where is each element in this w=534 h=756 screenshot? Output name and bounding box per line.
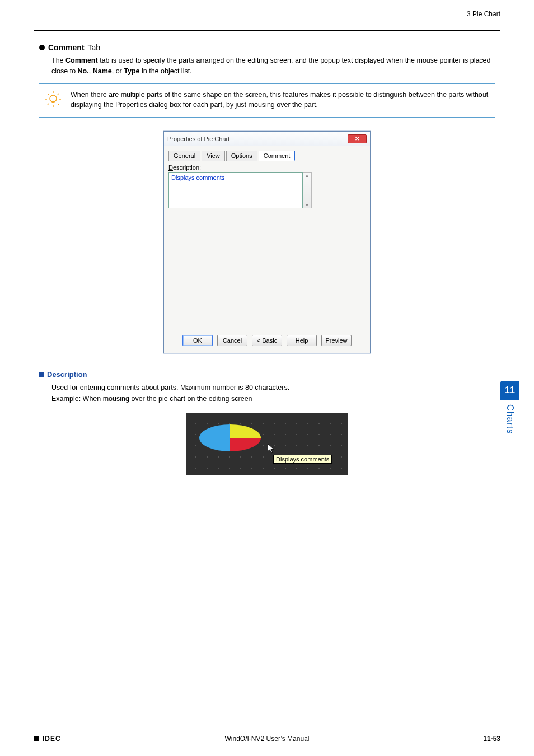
tab-general[interactable]: General <box>168 151 200 161</box>
description-heading-text: Description <box>47 370 87 379</box>
section-title-rest: Tab <box>88 43 101 52</box>
section-heading: Comment Tab <box>39 43 495 52</box>
close-button[interactable]: ✕ <box>348 134 367 143</box>
example-wrap: Displays comments <box>39 413 495 475</box>
description-line2: Example: When mousing over the pie chart… <box>51 393 495 404</box>
textarea-wrap: Displays comments ▲ ▼ <box>168 172 366 208</box>
intro-b3: Name <box>93 67 112 75</box>
description-line1: Used for entering comments about parts. … <box>51 382 495 393</box>
svg-line-4 <box>48 94 49 95</box>
page-footer: IDEC WindO/I-NV2 User’s Manual 11-53 <box>34 731 500 743</box>
chapter-side-tab: 11 Charts <box>500 381 519 448</box>
basic-button[interactable]: < Basic <box>252 335 282 346</box>
pie-chart-sample <box>199 424 261 451</box>
svg-rect-9 <box>52 101 55 103</box>
hover-tooltip: Displays comments <box>273 455 332 464</box>
header-rule <box>34 30 500 31</box>
dialog-titlebar[interactable]: Properties of Pie Chart ✕ <box>164 132 370 146</box>
chapter-label: Charts <box>505 404 515 434</box>
square-bullet-icon <box>39 372 44 377</box>
tab-comment[interactable]: Comment <box>259 151 296 161</box>
intro-s2: , or <box>112 67 124 75</box>
tip-text: When there are multiple parts of the sam… <box>71 90 490 111</box>
svg-point-8 <box>50 95 57 102</box>
svg-marker-10 <box>268 444 274 453</box>
scroll-down-icon[interactable]: ▼ <box>305 203 310 208</box>
example-canvas: Displays comments <box>186 413 348 475</box>
description-label-rest: escription: <box>173 164 201 171</box>
chapter-number-badge: 11 <box>500 381 519 400</box>
description-heading: Description <box>39 370 495 379</box>
intro-paragraph: The Comment tab is used to specify the p… <box>51 55 495 77</box>
ok-button[interactable]: OK <box>182 335 213 346</box>
dialog-body: General View Options Comment Description… <box>164 146 370 353</box>
preview-button[interactable]: Preview <box>321 335 352 346</box>
tab-view[interactable]: View <box>202 151 225 161</box>
lightbulb-icon <box>44 90 63 109</box>
intro-pre: The <box>51 57 65 64</box>
properties-dialog: Properties of Pie Chart ✕ General View O… <box>163 131 371 353</box>
dialog-wrap: Properties of Pie Chart ✕ General View O… <box>39 131 495 353</box>
header-breadcrumb: 3 Pie Chart <box>467 10 500 18</box>
help-button[interactable]: Help <box>287 335 317 346</box>
svg-line-7 <box>48 104 49 105</box>
page: 3 Pie Chart Comment Tab The Comment tab … <box>0 0 534 756</box>
bullet-icon <box>39 45 45 50</box>
footer-manual-title: WindO/I-NV2 User’s Manual <box>34 735 500 743</box>
tip-box: When there are multiple parts of the sam… <box>39 83 495 118</box>
description-label: Description: <box>168 164 366 171</box>
tabstrip: General View Options Comment <box>168 151 366 161</box>
intro-b4: Type <box>124 67 139 75</box>
cancel-button[interactable]: Cancel <box>217 335 247 346</box>
section-title-strong: Comment <box>48 43 85 52</box>
dialog-spacer <box>168 208 366 332</box>
description-accel: D <box>168 164 173 171</box>
description-textarea[interactable]: Displays comments <box>168 172 303 208</box>
intro-s1: , <box>89 67 93 75</box>
scroll-up-icon[interactable]: ▲ <box>305 173 310 178</box>
dialog-title: Properties of Pie Chart <box>167 136 229 142</box>
intro-b1: Comment <box>65 57 98 64</box>
content-area: Comment Tab The Comment tab is used to s… <box>34 43 500 475</box>
intro-b2: No. <box>78 67 89 75</box>
tab-options[interactable]: Options <box>226 151 257 161</box>
svg-line-6 <box>58 94 59 95</box>
textarea-scrollbar[interactable]: ▲ ▼ <box>303 172 312 208</box>
intro-end: in the object list. <box>140 67 192 75</box>
svg-line-5 <box>58 104 59 105</box>
dialog-button-row: OK Cancel < Basic Help Preview <box>168 332 366 347</box>
